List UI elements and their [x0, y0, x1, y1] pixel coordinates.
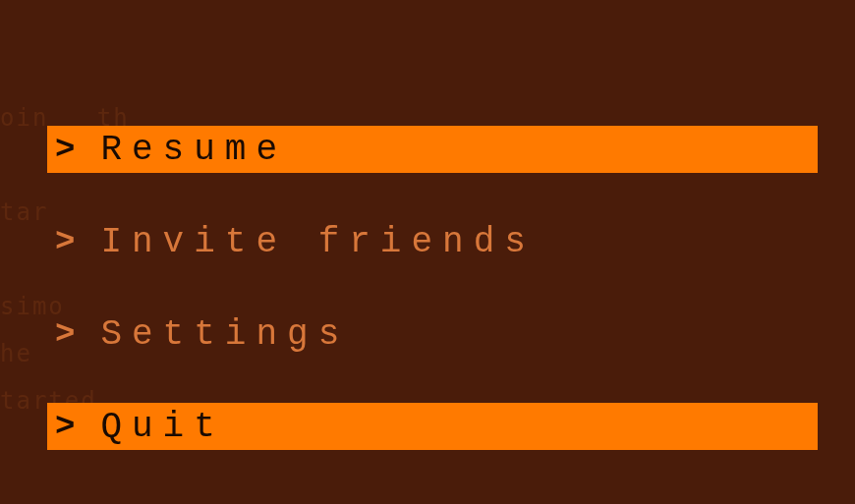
menu-item-quit[interactable]: > Quit [47, 403, 818, 450]
pause-menu: > Resume > Invite friends > Settings > Q… [47, 126, 818, 450]
chevron-right-icon: > [55, 131, 75, 168]
menu-item-invite-friends[interactable]: > Invite friends [47, 218, 818, 265]
chevron-right-icon: > [55, 315, 75, 353]
chevron-right-icon: > [55, 408, 75, 445]
menu-item-label: Quit [100, 407, 224, 447]
menu-item-label: Resume [100, 130, 287, 170]
chevron-right-icon: > [55, 223, 75, 260]
menu-item-label: Invite friends [100, 222, 535, 262]
menu-item-settings[interactable]: > Settings [47, 310, 818, 358]
menu-item-resume[interactable]: > Resume [47, 126, 818, 173]
menu-item-label: Settings [100, 314, 349, 355]
